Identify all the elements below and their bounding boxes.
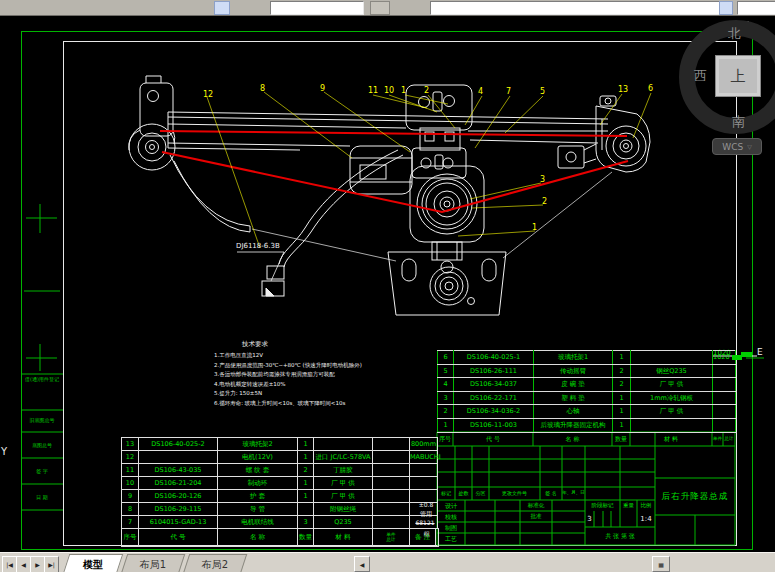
sig-design: 设计 (437, 500, 465, 511)
drawing-title: 后右升降器总成 (655, 478, 735, 515)
callout-number: 10 (384, 87, 394, 95)
parts-list-left: 13DS106-40-025-2玻璃托架21800mm12电机(12V)1进口 … (121, 437, 438, 529)
header-qty: 数量 (612, 432, 630, 446)
tab-nav-first-button[interactable]: |◀ (2, 556, 17, 572)
bom-cell: 护 套 (218, 490, 298, 503)
bom-cell (373, 464, 410, 477)
viewcube-top-label: 上 (731, 67, 746, 86)
header-qty: 数量 (298, 529, 314, 546)
bom-cell: 1 (613, 391, 631, 405)
technical-notes: 技术要求 1.工作电压直流12V2.产品使用温度范围-30℃~+80℃ (快速升… (214, 340, 384, 408)
bom-cell (298, 503, 314, 516)
rev-header-docno: 更改文件号 (489, 487, 540, 500)
callout-number: 12 (203, 91, 213, 99)
callout-number: 2 (424, 87, 429, 95)
callout-number: 5 (540, 88, 545, 96)
viewcube-west-label[interactable]: 西 (694, 67, 707, 85)
viewcube-top-face[interactable]: 上 (715, 55, 761, 97)
bom-cell: Q235 (314, 516, 373, 529)
gear-housing (410, 166, 484, 273)
tab-layout1[interactable]: 布局1 (121, 554, 185, 572)
bom-cell: 钢丝Q235 (631, 364, 713, 378)
bom-cell (713, 418, 736, 432)
header-material: 材 料 (630, 432, 712, 446)
bom-cell: 6 (438, 351, 454, 365)
header-weight: 单件 总计 (373, 529, 410, 546)
toolbar-field-3[interactable] (737, 1, 775, 15)
bom-cell: 心轴 (534, 405, 613, 419)
stage-mark-label: 阶段标记 (585, 500, 620, 511)
length-highlight-swatch (741, 352, 752, 357)
tab-layout2[interactable]: 布局2 (183, 554, 247, 572)
bom-cell (373, 490, 410, 503)
tab-model[interactable]: 模型 (63, 554, 123, 572)
tab-nav-last-button[interactable]: ▶| (44, 556, 59, 572)
stamp-usage: 管用 (414, 510, 438, 518)
bom-row: 1DS106-11-003后玻璃升降器固定机构1 (438, 418, 736, 432)
tab-nav-prev-button[interactable]: ◀ (16, 556, 31, 572)
top-toolbar (0, 0, 775, 16)
bom-row: 76104015-GAD-13电机联结线3Q235 (122, 516, 438, 529)
note-line: 5.提升力: 150±5N (214, 389, 384, 399)
bom-cell: 塑 料 垫 (534, 391, 613, 405)
sig-draft: 制图 (437, 522, 465, 533)
bom-cell: 3 (298, 516, 314, 529)
note-line: 1.工作电压直流12V (214, 351, 384, 361)
bom-cell: 皮 碗 垫 (534, 378, 613, 392)
header-no: 序号 (122, 529, 139, 546)
note-line: 6.循环寿命: 玻璃上升时间<10s、玻璃下降时间<10s (214, 399, 384, 409)
bom-cell: DS106-11-003 (454, 418, 534, 432)
callout-number: 11 (368, 87, 378, 95)
bom-row: 13DS106-40-025-2玻璃托架21800mm (122, 438, 438, 451)
header-name: 名 称 (218, 529, 298, 546)
dropdown-arrow-icon: ▽ (747, 143, 752, 150)
bom-cell (139, 451, 218, 464)
bom-cell: 厂 甲 供 (631, 405, 713, 419)
parts-list-left-header: 序号 代 号 名 称 数量 材 料 单件 总计 备 注 (121, 528, 439, 547)
callout-number: 6 (648, 85, 653, 93)
toolbar-button-1[interactable] (214, 1, 230, 15)
toolbar-button-3[interactable] (719, 1, 733, 15)
frame-field-date: 日 期 (22, 494, 62, 501)
toolbar-field-2[interactable] (430, 1, 720, 15)
scale-value: 1:4 (637, 511, 655, 527)
header-no: 序号 (437, 432, 453, 446)
bom-cell: 3 (438, 391, 454, 405)
note-line: 2.产品使用温度范围-30℃~+80℃ (快速升降时电动机除外) (214, 361, 384, 371)
callout-number: 7 (506, 88, 511, 96)
bom-cell (631, 418, 713, 432)
bom-cell: 2 (298, 464, 314, 477)
bom-cell: DS106-21-204 (139, 477, 218, 490)
header-weight-unit: 单件 (712, 432, 723, 446)
rev-header-date: 年、月、日 (562, 487, 585, 500)
hscroll-left-button[interactable]: ◀ (354, 556, 370, 572)
bom-row: 12电机(12V)1进口 JC/LC-578VAMABUCHI (122, 451, 438, 464)
bom-cell: DS106-26-111 (454, 364, 534, 378)
header-code: 代 号 (139, 529, 218, 546)
bom-row: 2DS106-34-036-2心轴1厂 甲 供 (438, 405, 736, 419)
bom-cell (373, 516, 410, 529)
notes-title: 技术要求 (242, 340, 384, 349)
bom-row: 9DS106-20-126护 套1厂 甲 供 (122, 490, 438, 503)
bom-cell: 8 (122, 503, 139, 516)
toolbar-field-1[interactable] (270, 1, 364, 15)
bom-cell: 1 (613, 405, 631, 419)
tab-nav-next-button[interactable]: ▶ (30, 556, 45, 572)
viewcube-south-label[interactable]: 南 (732, 113, 745, 131)
bom-cell (410, 477, 438, 490)
viewcube-north-label[interactable]: 北 (728, 25, 741, 43)
pan-grid-button[interactable]: ▦ (652, 556, 670, 572)
ucs-y-axis-label: Y (1, 446, 7, 457)
bom-cell: 1 (298, 451, 314, 464)
bom-cell: 10 (122, 477, 139, 490)
callout-number: 8 (260, 85, 265, 93)
toolbar-button-2[interactable] (370, 1, 390, 15)
bom-cell: DS106-40-025-2 (139, 438, 218, 451)
bom-cell: 1 (298, 490, 314, 503)
bom-cell (410, 464, 438, 477)
regulator-mechanism (129, 21, 757, 356)
wcs-dropdown[interactable]: WCS ▽ (712, 138, 762, 155)
bom-cell: DS106-43-035 (139, 464, 218, 477)
bom-cell: DS106-22-171 (454, 391, 534, 405)
bom-cell (373, 477, 410, 490)
